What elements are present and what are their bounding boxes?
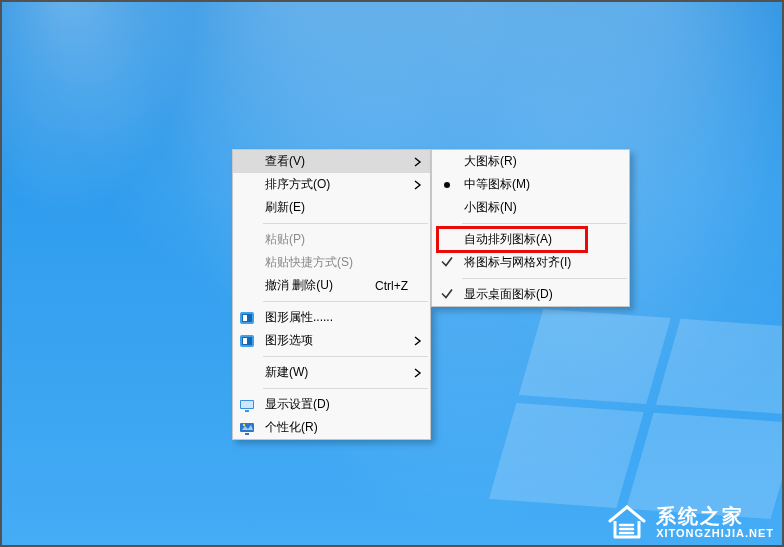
menu-item-label: 将图标与网格对齐(I) <box>464 254 571 271</box>
menu-item-label: 显示设置(D) <box>265 396 330 413</box>
chevron-right-icon <box>414 368 422 378</box>
chevron-right-icon <box>414 336 422 346</box>
menu-item-label: 排序方式(O) <box>265 176 330 193</box>
menu-separator <box>462 223 627 224</box>
svg-rect-8 <box>245 410 249 412</box>
menu-item-new[interactable]: 新建(W) <box>233 361 430 384</box>
intel-graphics-icon <box>239 333 255 349</box>
submenu-item-large-icons[interactable]: 大图标(R) <box>432 150 629 173</box>
menu-item-shortcut: Ctrl+Z <box>375 279 408 293</box>
menu-item-paste-shortcut: 粘贴快捷方式(S) <box>233 251 430 274</box>
menu-item-label: 查看(V) <box>265 153 305 170</box>
desktop-context-menu: 查看(V) 排序方式(O) 刷新(E) 粘贴(P) 粘贴快捷方式(S) 撤消 删… <box>232 149 431 440</box>
watermark-url: XITONGZHIJIA.NET <box>656 527 774 539</box>
display-settings-icon <box>239 397 255 413</box>
house-logo-icon <box>606 503 648 541</box>
intel-graphics-icon <box>239 310 255 326</box>
menu-item-label: 显示桌面图标(D) <box>464 286 553 303</box>
submenu-item-show-desktop-icons[interactable]: 显示桌面图标(D) <box>432 283 629 306</box>
svg-rect-7 <box>241 401 253 408</box>
menu-separator <box>263 388 428 389</box>
menu-item-graphics-properties[interactable]: 图形属性...... <box>233 306 430 329</box>
menu-item-refresh[interactable]: 刷新(E) <box>233 196 430 219</box>
submenu-item-auto-arrange[interactable]: 自动排列图标(A) <box>432 228 629 251</box>
svg-point-10 <box>243 423 245 425</box>
menu-item-label: 大图标(R) <box>464 153 517 170</box>
radio-selected-icon <box>444 182 450 188</box>
menu-item-label: 自动排列图标(A) <box>464 231 552 248</box>
menu-item-label: 粘贴快捷方式(S) <box>265 254 353 271</box>
chevron-right-icon <box>414 180 422 190</box>
windows-logo-background <box>489 309 784 519</box>
menu-item-label: 中等图标(M) <box>464 176 530 193</box>
checkmark-icon <box>440 254 454 271</box>
menu-separator <box>263 356 428 357</box>
menu-item-display-settings[interactable]: 显示设置(D) <box>233 393 430 416</box>
view-submenu: 大图标(R) 中等图标(M) 小图标(N) 自动排列图标(A) 将图标与网格对齐… <box>431 149 630 307</box>
menu-item-label: 图形属性...... <box>265 309 333 326</box>
menu-item-paste: 粘贴(P) <box>233 228 430 251</box>
watermark-title: 系统之家 <box>656 505 774 527</box>
submenu-item-medium-icons[interactable]: 中等图标(M) <box>432 173 629 196</box>
menu-item-label: 刷新(E) <box>265 199 305 216</box>
personalize-icon <box>239 420 255 436</box>
watermark: 系统之家 XITONGZHIJIA.NET <box>606 503 774 541</box>
menu-item-label: 新建(W) <box>265 364 308 381</box>
menu-separator <box>462 278 627 279</box>
menu-item-label: 图形选项 <box>265 332 313 349</box>
svg-rect-2 <box>243 315 247 321</box>
menu-item-label: 小图标(N) <box>464 199 517 216</box>
checkmark-icon <box>440 286 454 303</box>
menu-item-view[interactable]: 查看(V) <box>233 150 430 173</box>
menu-item-undo-delete[interactable]: 撤消 删除(U) Ctrl+Z <box>233 274 430 297</box>
menu-item-label: 粘贴(P) <box>265 231 305 248</box>
menu-item-label: 个性化(R) <box>265 419 318 436</box>
menu-separator <box>263 301 428 302</box>
submenu-item-small-icons[interactable]: 小图标(N) <box>432 196 629 219</box>
submenu-item-align-to-grid[interactable]: 将图标与网格对齐(I) <box>432 251 629 274</box>
menu-item-graphics-options[interactable]: 图形选项 <box>233 329 430 352</box>
svg-rect-11 <box>245 433 249 435</box>
menu-item-label: 撤消 删除(U) <box>265 277 333 294</box>
menu-separator <box>263 223 428 224</box>
svg-rect-5 <box>243 338 247 344</box>
menu-item-sort-by[interactable]: 排序方式(O) <box>233 173 430 196</box>
menu-item-personalize[interactable]: 个性化(R) <box>233 416 430 439</box>
chevron-right-icon <box>414 157 422 167</box>
